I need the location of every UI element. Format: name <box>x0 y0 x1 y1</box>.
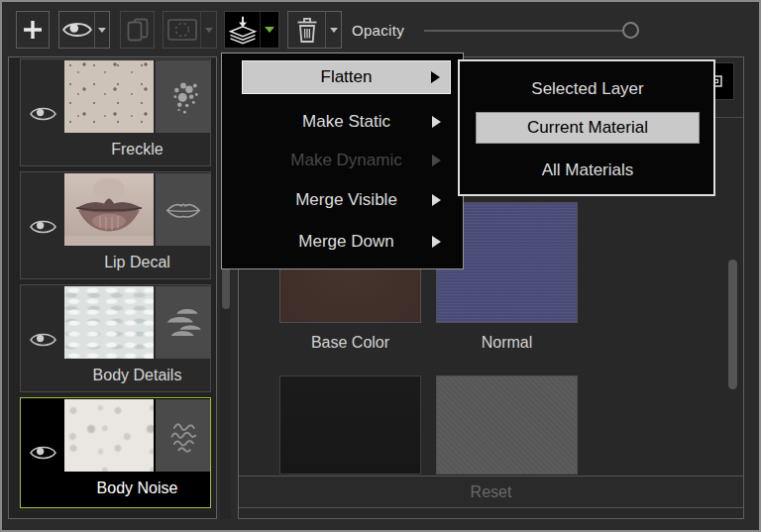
layer-mask-thumbnail[interactable] <box>156 286 210 359</box>
add-layer-button[interactable] <box>16 11 50 49</box>
material-panel-scrollbar-thumb[interactable] <box>728 260 737 389</box>
layer-mask-thumbnail[interactable] <box>156 173 210 246</box>
visibility-toggle[interactable] <box>30 331 56 349</box>
visibility-toggle[interactable] <box>30 444 56 462</box>
submenu-arrow-icon <box>432 116 441 128</box>
visibility-toggle[interactable] <box>30 105 56 123</box>
plus-icon <box>22 19 44 41</box>
layer-manager-window: Opacity <box>0 0 761 532</box>
submenu-item-label: Selected Layer <box>531 79 643 99</box>
layer-row-body-noise[interactable]: Body Noise <box>20 397 211 508</box>
submenu-arrow-icon <box>432 194 441 206</box>
marquee-selection-icon <box>167 19 197 41</box>
lips-icon <box>161 182 206 238</box>
menu-item-label: Merge Visible <box>295 190 397 210</box>
layer-mask-thumbnail[interactable] <box>156 399 210 472</box>
menu-item-make-dynamic: Make Dynamic <box>242 144 451 177</box>
map-label-normal: Normal <box>436 334 578 352</box>
eye-icon <box>30 444 56 462</box>
noise-squiggle-icon <box>161 408 206 464</box>
menu-item-merge-visible[interactable]: Merge Visible <box>242 183 451 217</box>
submenu-item-all-materials[interactable]: All Materials <box>476 155 700 186</box>
freckle-spots-icon <box>162 70 205 124</box>
flatten-button-group <box>224 11 279 49</box>
layer-list-panel: Freckle <box>8 56 217 519</box>
menu-item-label: Merge Down <box>298 232 393 252</box>
menu-item-label: Make Dynamic <box>290 151 401 170</box>
toolbar: Opacity <box>0 0 761 55</box>
map-label-base-color: Base Color <box>279 334 421 352</box>
menu-item-make-static[interactable]: Make Static <box>242 105 451 139</box>
layer-name: Body Noise <box>21 472 210 504</box>
layer-name: Freckle <box>21 133 210 165</box>
delete-button-group <box>287 11 342 49</box>
chevron-down-icon <box>98 28 106 33</box>
flatten-dropdown-button[interactable] <box>260 12 278 48</box>
submenu-arrow-icon <box>432 236 441 248</box>
layer-visibility-button-group <box>58 11 110 49</box>
layer-name: Body Details <box>21 359 210 391</box>
menu-item-label: Make Static <box>302 112 390 132</box>
chevron-down-icon <box>205 28 213 33</box>
submenu-arrow-icon <box>431 71 440 83</box>
layer-thumbnail[interactable] <box>64 286 154 359</box>
eye-icon <box>30 331 56 349</box>
delete-layer-button[interactable] <box>288 12 325 48</box>
layer-mask-thumbnail[interactable] <box>156 60 210 133</box>
opacity-slider-track[interactable] <box>424 30 638 32</box>
eye-icon <box>62 20 92 40</box>
duplicate-pages-icon <box>125 17 151 43</box>
lips-texture <box>64 173 154 246</box>
flatten-button[interactable] <box>225 12 260 48</box>
flatten-layers-icon <box>227 14 259 46</box>
flatten-dropdown-menu: Flatten Make Static Make Dynamic Merge V… <box>221 53 464 269</box>
selection-button <box>163 12 200 48</box>
map-thumbnail-unlabeled-gray[interactable] <box>436 375 578 475</box>
layer-thumbnail[interactable] <box>64 60 154 133</box>
opacity-slider-knob[interactable] <box>622 22 639 39</box>
layer-row-freckle[interactable]: Freckle <box>20 58 211 166</box>
eye-icon <box>30 105 56 123</box>
trash-icon <box>295 16 319 44</box>
selection-button-group <box>163 11 217 49</box>
visibility-dropdown-button[interactable] <box>94 12 109 48</box>
opacity-label: Opacity <box>352 22 404 39</box>
layer-row-body-details[interactable]: Body Details <box>20 284 211 392</box>
layer-name: Lip Decal <box>21 246 210 278</box>
duplicate-layer-button <box>120 11 155 49</box>
stacked-layers-icon <box>160 294 207 352</box>
reset-button[interactable]: Reset <box>239 476 743 508</box>
submenu-item-label: All Materials <box>542 160 634 180</box>
chevron-down-icon-active <box>265 27 274 33</box>
layer-thumbnail[interactable] <box>64 399 154 472</box>
layer-visibility-button[interactable] <box>59 12 94 48</box>
delete-dropdown-button[interactable] <box>325 12 341 48</box>
submenu-arrow-icon <box>432 155 441 166</box>
submenu-item-label: Current Material <box>527 118 648 138</box>
map-thumbnail-unlabeled-dark[interactable] <box>279 375 421 475</box>
submenu-item-selected-layer[interactable]: Selected Layer <box>476 73 700 105</box>
menu-item-label: Flatten <box>321 67 373 87</box>
layer-row-lip-decal[interactable]: Lip Decal <box>20 171 211 279</box>
menu-item-flatten[interactable]: Flatten <box>242 60 451 94</box>
eye-icon <box>30 218 56 236</box>
visibility-toggle[interactable] <box>30 218 56 236</box>
selection-dropdown-button <box>200 12 216 48</box>
chevron-down-icon <box>330 28 338 33</box>
menu-item-merge-down[interactable]: Merge Down <box>242 225 451 259</box>
submenu-item-current-material[interactable]: Current Material <box>476 112 700 144</box>
layer-thumbnail[interactable] <box>64 173 154 246</box>
flatten-submenu: Selected Layer Current Material All Mate… <box>458 59 715 196</box>
